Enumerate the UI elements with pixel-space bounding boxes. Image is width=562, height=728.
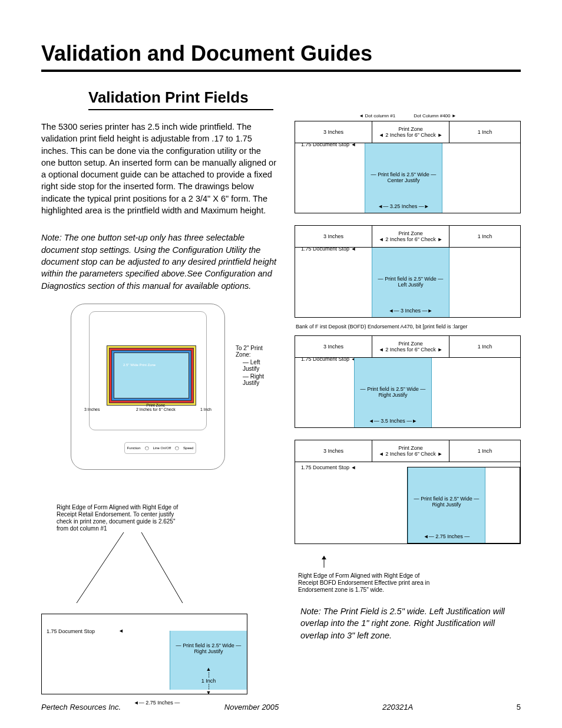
- note-paragraph-2: Note: The Print Field is 2.5" wide. Left…: [300, 605, 521, 641]
- page-title: Validation and Document Guides: [41, 41, 521, 72]
- note-paragraph-1: Note: The one button set-up only has thr…: [41, 232, 277, 291]
- diagram4-footnote: Right Edge of Form Aligned with Right Ed…: [298, 572, 434, 594]
- footer-page: 5: [517, 703, 521, 711]
- footer-date: November 2005: [224, 703, 279, 711]
- footer-docnum: 220321A: [382, 703, 413, 711]
- section-title: Validation Print Fields: [88, 88, 273, 110]
- diagram-right-justify-b: 3 Inches Print Zone◄ 2 Inches for 6" Che…: [295, 440, 521, 544]
- leader-title: To 2" Print Zone:: [236, 345, 277, 358]
- svg-line-1: [141, 532, 183, 603]
- diagram-right-justify-a: 3 Inches Print Zone◄ 2 Inches for 6" Che…: [295, 335, 521, 428]
- intro-paragraph: The 5300 series printer has 2.5 inch wid…: [41, 121, 277, 216]
- bottom-left-diagram: Right Edge of Form Aligned with Right Ed…: [41, 504, 247, 694]
- svg-marker-3: [322, 556, 326, 559]
- diagram3-caption: Bank of F irst Deposit (BOFD) Endorsemen…: [295, 324, 521, 330]
- footer-company: Pertech Resources Inc.: [41, 703, 121, 711]
- printer-illustration: 3 Inches Print Zone 2 Inches for 6" Chec…: [41, 304, 277, 480]
- page-footer: Pertech Resources Inc. November 2005 220…: [41, 703, 521, 711]
- diagram-center-justify: ◄ Dot column #1 Dot Column #400 ► 3 Inch…: [295, 121, 521, 213]
- svg-line-0: [77, 532, 124, 603]
- diagram-left-justify: 3 Inches Print Zone◄ 2 Inches for 6" Che…: [295, 225, 521, 318]
